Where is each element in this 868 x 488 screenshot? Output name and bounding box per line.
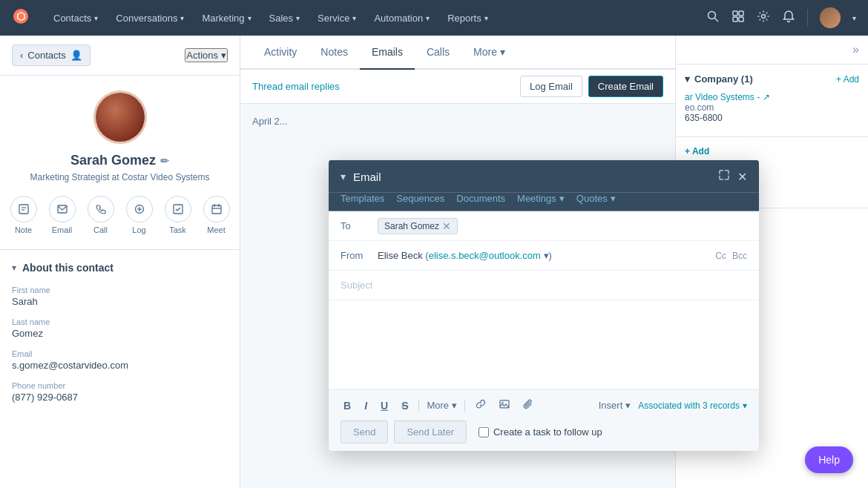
to-label: To [341, 220, 378, 231]
create-email-button[interactable]: Create Email [588, 76, 663, 97]
email-label: Email [52, 225, 73, 234]
format-separator [418, 399, 419, 411]
modal-collapse-icon[interactable]: ▾ [341, 171, 346, 182]
nav-contacts[interactable]: Contacts ▾ [53, 13, 98, 24]
email-compose-modal: ▾ Email ✕ Templates Sequences Documents [329, 160, 759, 451]
strikethrough-button[interactable]: S [398, 398, 411, 412]
back-to-contacts-button[interactable]: ‹ Contacts 👤 [12, 44, 91, 66]
tab-notes[interactable]: Notes [309, 36, 360, 70]
settings-icon[interactable] [757, 10, 770, 26]
tab-calls[interactable]: Calls [415, 36, 461, 70]
lastname-field: Last name Gomez [12, 317, 228, 339]
nav-automation[interactable]: Automation ▾ [374, 13, 430, 24]
documents-button[interactable]: Documents [456, 193, 505, 204]
task-action[interactable]: Task [165, 196, 191, 234]
sidebar-header: ‹ Contacts 👤 Actions ▾ [0, 36, 240, 76]
svg-rect-9 [19, 205, 28, 214]
about-header[interactable]: ▾ About this contact [12, 262, 228, 274]
chevron-down-icon: ▾ [484, 14, 488, 22]
log-action[interactable]: Log [126, 196, 153, 234]
external-link-icon: ↗ [763, 92, 770, 102]
nav-marketing[interactable]: Marketing ▾ [202, 13, 251, 24]
modal-expand-icon[interactable] [718, 169, 730, 184]
note-action[interactable]: Note [10, 196, 37, 234]
svg-line-3 [715, 19, 719, 22]
task-label: Task [169, 225, 186, 234]
remove-recipient-button[interactable]: ✕ [442, 220, 451, 231]
chevron-down-icon: ▾ [296, 14, 300, 22]
templates-button[interactable]: Templates [341, 193, 384, 204]
thread-email-replies-link[interactable]: Thread email replies [252, 81, 340, 92]
bcc-button[interactable]: Bcc [732, 250, 747, 260]
link-button[interactable] [473, 398, 489, 413]
nav-service[interactable]: Service ▾ [318, 13, 356, 24]
cc-button[interactable]: Cc [715, 250, 726, 260]
send-button[interactable]: Send [341, 421, 388, 444]
tab-more[interactable]: More ▾ [461, 36, 517, 70]
nav-conversations[interactable]: Conversations ▾ [116, 13, 184, 24]
svg-rect-7 [739, 17, 743, 22]
company-link[interactable]: ar Video Systems - ↗ [685, 92, 859, 102]
nav-sales[interactable]: Sales ▾ [269, 13, 300, 24]
meetings-button[interactable]: Meetings ▾ [517, 193, 565, 204]
modal-header: ▾ Email ✕ [329, 160, 759, 193]
follow-up-checkbox[interactable] [479, 426, 489, 437]
from-email-link[interactable]: elise.s.beck@outlook.com [429, 250, 541, 261]
from-value: Elise Beck (elise.s.beck@outlook.com ▾) … [378, 250, 747, 261]
nav-reports[interactable]: Reports ▾ [447, 13, 488, 24]
nav-divider [807, 9, 808, 27]
deals-add-button[interactable]: + Add [685, 146, 709, 156]
bold-button[interactable]: B [341, 398, 354, 412]
meet-action[interactable]: Meet [203, 196, 230, 234]
add-company-button[interactable]: + Add [836, 74, 859, 85]
tab-emails[interactable]: Emails [360, 36, 415, 70]
underline-button[interactable]: U [378, 398, 391, 412]
chevron-down-icon: ▾ [500, 46, 505, 58]
modal-bottom: B I U S More ▾ [329, 389, 759, 451]
help-button[interactable]: Help [805, 446, 853, 473]
collapse-sidebar-button[interactable]: » [852, 43, 859, 56]
image-button[interactable] [496, 398, 513, 413]
associated-records-button[interactable]: Associated with 3 records ▾ [638, 400, 747, 410]
modal-close-icon[interactable]: ✕ [737, 169, 747, 183]
contact-info: Sarah Gomez ✏ Marketing Strategist at Co… [0, 76, 240, 250]
deals-section-header: + Add [685, 146, 859, 156]
log-email-button[interactable]: Log Email [520, 76, 582, 97]
company-section-title[interactable]: ▾ Company (1) [685, 73, 753, 85]
svg-point-8 [762, 15, 766, 19]
marketplace-icon[interactable] [731, 10, 745, 26]
user-avatar[interactable] [820, 7, 841, 28]
subject-input[interactable] [341, 280, 747, 291]
svg-rect-16 [174, 205, 183, 214]
insert-button[interactable]: Insert ▾ [599, 400, 631, 411]
search-icon[interactable] [706, 10, 720, 26]
compose-area[interactable] [329, 300, 759, 389]
actions-button[interactable]: Actions ▾ [185, 48, 228, 62]
hubspot-logo[interactable]: ⬡ [12, 7, 30, 29]
to-value: Sarah Gomez ✕ [378, 217, 747, 234]
send-later-button[interactable]: Send Later [394, 421, 467, 444]
modal-header-right: ✕ [718, 169, 747, 184]
chevron-down-icon: ▾ [611, 193, 616, 204]
sequences-button[interactable]: Sequences [396, 193, 444, 204]
follow-up-label: Create a task to follow up [493, 426, 602, 438]
call-action[interactable]: Call [88, 196, 114, 234]
italic-button[interactable]: I [361, 398, 370, 412]
chevron-down-icon: ▾ [180, 14, 184, 22]
chevron-down-icon: ▾ [12, 263, 16, 273]
user-menu-chevron[interactable]: ▾ [852, 14, 856, 22]
contact-title: Marketing Strategist at Costar Video Sys… [30, 171, 210, 184]
tab-activity[interactable]: Activity [252, 36, 309, 70]
email-action[interactable]: Email [49, 196, 76, 234]
svg-rect-5 [739, 11, 743, 16]
firstname-field: First name Sarah [12, 286, 228, 307]
quotes-button[interactable]: Quotes ▾ [576, 193, 616, 204]
notifications-icon[interactable] [782, 10, 795, 26]
more-format-button[interactable]: More ▾ [427, 400, 457, 411]
contact-name: Sarah Gomez ✏ [70, 153, 169, 168]
svg-text:⬡: ⬡ [16, 10, 25, 22]
edit-icon[interactable]: ✏ [160, 155, 169, 167]
attachment-button[interactable] [520, 398, 536, 413]
feed-date: April 2... [252, 116, 663, 127]
task-icon [165, 196, 191, 222]
